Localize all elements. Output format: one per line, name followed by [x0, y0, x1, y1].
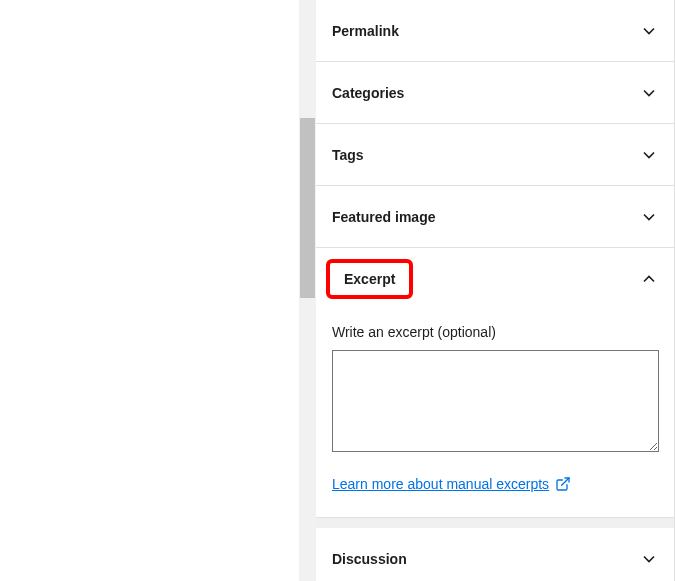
excerpt-textarea[interactable]: [332, 350, 659, 452]
panel-discussion-label: Discussion: [332, 551, 407, 567]
chevron-down-icon: [639, 21, 659, 41]
panel-categories[interactable]: Categories: [316, 62, 675, 124]
scrollbar-thumb[interactable]: [300, 118, 315, 298]
panel-discussion[interactable]: Discussion: [316, 528, 675, 581]
learn-more-link-text: Learn more about manual excerpts: [332, 476, 549, 492]
panel-excerpt-body: Write an excerpt (optional) Learn more a…: [316, 310, 675, 518]
chevron-down-icon: [639, 549, 659, 569]
editor-canvas-area: [0, 0, 299, 581]
panel-featured-image-label: Featured image: [332, 209, 435, 225]
panel-separator: [316, 518, 675, 528]
panel-permalink[interactable]: Permalink: [316, 0, 675, 62]
panel-excerpt[interactable]: Excerpt: [316, 248, 675, 310]
excerpt-field-label: Write an excerpt (optional): [332, 324, 659, 340]
panel-categories-label: Categories: [332, 85, 404, 101]
chevron-down-icon: [639, 207, 659, 227]
external-link-icon: [555, 476, 571, 492]
panel-permalink-label: Permalink: [332, 23, 399, 39]
learn-more-excerpts-link[interactable]: Learn more about manual excerpts: [332, 476, 571, 492]
svg-line-0: [562, 478, 569, 485]
panel-tags-label: Tags: [332, 147, 364, 163]
chevron-down-icon: [639, 145, 659, 165]
chevron-up-icon: [639, 269, 659, 289]
settings-sidebar: Permalink Categories Tags Featured image…: [316, 0, 675, 581]
chevron-down-icon: [639, 83, 659, 103]
panel-tags[interactable]: Tags: [316, 124, 675, 186]
panel-featured-image[interactable]: Featured image: [316, 186, 675, 248]
panel-excerpt-label: Excerpt: [326, 259, 413, 299]
